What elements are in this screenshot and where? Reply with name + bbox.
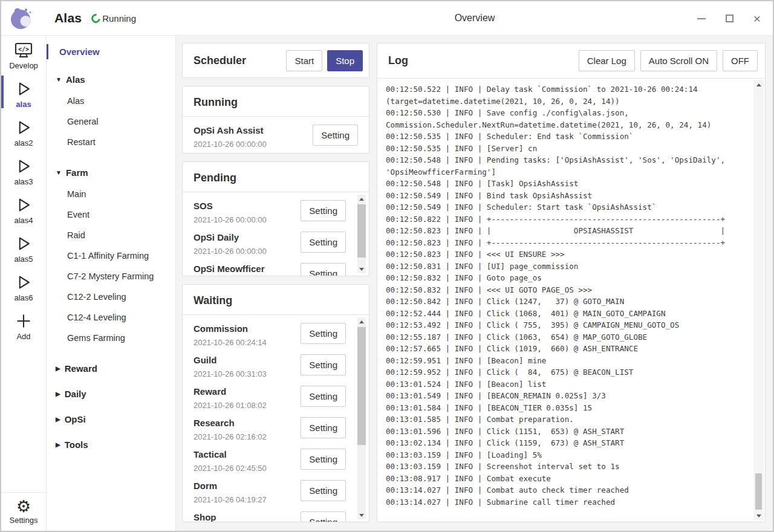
nav-item-c12-4-leveling[interactable]: C12-4 Leveling bbox=[47, 307, 175, 328]
scheduler-status: Running bbox=[91, 13, 136, 24]
scroll-down-icon[interactable] bbox=[357, 511, 366, 519]
rail-item-add[interactable]: Add bbox=[1, 307, 46, 345]
task-row: OpSi Meowfficer FarmingSetting bbox=[194, 263, 346, 276]
log-line: 00:13:03.159 | INFO | Screenshot interva… bbox=[386, 461, 749, 473]
scroll-up-icon[interactable] bbox=[753, 80, 764, 89]
log-line: 00:13:01.585 | INFO | Combat preparation… bbox=[386, 414, 749, 426]
minimize-button[interactable] bbox=[697, 14, 706, 24]
nav-item-c1-1-affinity-farming[interactable]: C1-1 Affinity Farming bbox=[47, 245, 175, 266]
log-line: 00:12:50.823 | INFO | +-----------------… bbox=[386, 237, 749, 249]
start-button[interactable]: Start bbox=[286, 50, 322, 71]
nav-item-raid[interactable]: Raid bbox=[47, 225, 175, 245]
setting-button[interactable]: Setting bbox=[301, 263, 346, 276]
task-time: 2021-10-26 00:00:00 bbox=[194, 140, 296, 149]
scroll-down-icon[interactable] bbox=[357, 265, 366, 273]
pending-scrollbar[interactable] bbox=[357, 195, 366, 273]
task-time: 2021-10-26 01:08:02 bbox=[194, 401, 296, 410]
setting-button[interactable]: Setting bbox=[301, 323, 346, 344]
task-time: 2021-10-26 00:24:14 bbox=[194, 338, 296, 347]
nav-section-tools[interactable]: ▶Tools bbox=[47, 440, 175, 450]
setting-button[interactable]: Setting bbox=[313, 125, 358, 146]
task-row: Commission2021-10-26 00:24:14Setting bbox=[194, 323, 346, 347]
nav-section-opsi[interactable]: ▶OpSi bbox=[47, 414, 175, 424]
nav-item-general[interactable]: General bbox=[47, 111, 175, 132]
maximize-icon bbox=[726, 15, 733, 22]
task-name: OpSi Daily bbox=[194, 232, 296, 243]
waiting-scrollbar[interactable] bbox=[357, 317, 366, 519]
log-scrollbar[interactable] bbox=[753, 80, 764, 521]
nav-item-c7-2-mystery-farming[interactable]: C7-2 Mystery Farming bbox=[47, 266, 175, 287]
task-name: OpSi Ash Assist bbox=[194, 125, 296, 136]
task-info: Dorm2021-10-26 04:19:27 bbox=[194, 480, 296, 504]
maximize-button[interactable] bbox=[724, 14, 734, 24]
settings-button[interactable]: ⚙︎ Settings bbox=[1, 492, 46, 531]
nav-item-gems-farming[interactable]: Gems Farming bbox=[47, 328, 175, 348]
rail-item-label: alas2 bbox=[14, 138, 33, 148]
log-line: 00:12:50.548 | INFO | [Task] OpsiAshAssi… bbox=[386, 178, 749, 190]
pending-title: Pending bbox=[183, 170, 369, 192]
nav-section-alas[interactable]: ▼Alas bbox=[47, 74, 175, 85]
auto-scroll-on-button[interactable]: Auto Scroll ON bbox=[640, 50, 717, 71]
scheduler-card: Scheduler Start Stop bbox=[182, 43, 369, 78]
task-info: OpSi Ash Assist2021-10-26 00:00:00 bbox=[194, 125, 296, 149]
scrollbar-thumb[interactable] bbox=[357, 327, 366, 445]
setting-button[interactable]: Setting bbox=[301, 200, 346, 221]
nav-section-reward[interactable]: ▶Reward bbox=[47, 363, 175, 374]
task-name: Guild bbox=[194, 354, 296, 366]
setting-button[interactable]: Setting bbox=[301, 480, 346, 501]
rail-item-alas6[interactable]: alas6 bbox=[1, 268, 46, 307]
chevron-down-icon: ▼ bbox=[56, 169, 62, 176]
setting-button[interactable]: Setting bbox=[301, 417, 346, 438]
setting-button[interactable]: Setting bbox=[301, 511, 346, 522]
rail-item-alas[interactable]: alas bbox=[1, 74, 46, 113]
task-row: ShopSetting bbox=[194, 511, 346, 522]
active-indicator bbox=[47, 44, 48, 59]
nav-section-farm[interactable]: ▼Farm bbox=[47, 167, 175, 178]
scroll-up-icon[interactable] bbox=[357, 195, 366, 203]
rail-item-alas4[interactable]: alas4 bbox=[1, 190, 46, 229]
log-line: 00:12:50.832 | INFO | Goto page_os bbox=[386, 272, 749, 284]
rail-item-develop[interactable]: </>Develop bbox=[1, 36, 46, 74]
task-row: Research2021-10-26 02:16:02Setting bbox=[194, 417, 346, 441]
log-line: 00:13:01.549 | INFO | [BEACON_REMAIN 0.0… bbox=[386, 390, 749, 402]
scrollbar-thumb[interactable] bbox=[357, 204, 366, 258]
nav-item-c12-2-leveling[interactable]: C12-2 Leveling bbox=[47, 287, 175, 307]
nav-section-daily[interactable]: ▶Daily bbox=[47, 389, 175, 399]
scrollbar-thumb[interactable] bbox=[755, 473, 762, 510]
scroll-down-icon[interactable] bbox=[753, 511, 764, 521]
log-line: 00:12:50.535 | INFO | [Server] cn bbox=[386, 143, 749, 155]
setting-button[interactable]: Setting bbox=[301, 386, 346, 407]
chevron-down-icon: ▼ bbox=[56, 76, 62, 83]
rail-item-alas2[interactable]: alas2 bbox=[1, 113, 46, 152]
setting-button[interactable]: Setting bbox=[301, 354, 346, 375]
stop-button[interactable]: Stop bbox=[327, 50, 363, 71]
rail-item-label: alas6 bbox=[14, 293, 33, 302]
rail-item-label: Develop bbox=[9, 61, 38, 70]
task-name: Dorm bbox=[194, 480, 296, 491]
nav-item-event[interactable]: Event bbox=[47, 204, 175, 225]
play-icon bbox=[15, 196, 33, 214]
rail-item-alas3[interactable]: alas3 bbox=[1, 152, 46, 190]
log-body[interactable]: 00:12:50.522 | INFO | Delay task `Commis… bbox=[377, 79, 765, 522]
nav-item-restart[interactable]: Restart bbox=[47, 132, 175, 152]
gear-icon: ⚙︎ bbox=[16, 498, 31, 516]
rail-item-alas5[interactable]: alas5 bbox=[1, 229, 46, 268]
chevron-right-icon: ▶ bbox=[56, 365, 60, 372]
nav-item-main[interactable]: Main bbox=[47, 184, 175, 204]
setting-button[interactable]: Setting bbox=[301, 449, 346, 470]
task-info: Shop bbox=[194, 511, 296, 522]
nav-item-overview[interactable]: Overview bbox=[47, 44, 175, 59]
task-row: Guild2021-10-26 00:31:03Setting bbox=[194, 354, 346, 378]
nav-overview-label: Overview bbox=[59, 47, 100, 57]
setting-button[interactable]: Setting bbox=[301, 232, 346, 253]
log-line: 00:12:50.549 | INFO | Scheduler: Start t… bbox=[386, 201, 749, 213]
clear-log-button[interactable]: Clear Log bbox=[579, 50, 635, 71]
instance-rail: </>Developalasalas2alas3alas4alas5alas6A… bbox=[1, 36, 47, 531]
scroll-up-icon[interactable] bbox=[357, 317, 366, 326]
task-name: Shop bbox=[194, 511, 296, 522]
nav-item-alas[interactable]: Alas bbox=[47, 91, 175, 111]
log-header: Log Clear Log Auto Scroll ON OFF bbox=[377, 44, 765, 79]
close-button[interactable]: × bbox=[752, 14, 762, 24]
nav-sidebar: Overview ▼AlasAlasGeneralRestart▼FarmMai… bbox=[47, 36, 176, 531]
auto-scroll-off-button[interactable]: OFF bbox=[723, 50, 758, 71]
